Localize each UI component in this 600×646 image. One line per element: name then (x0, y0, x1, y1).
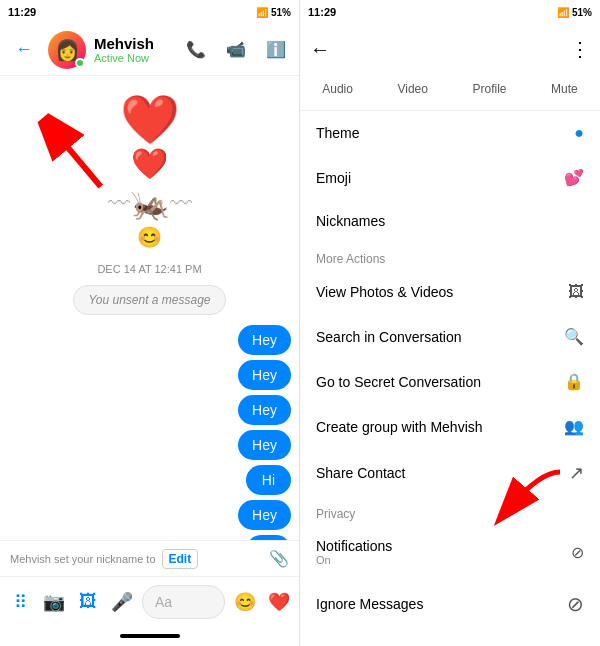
ignore-icon: ⊘ (567, 592, 584, 616)
photo-icon[interactable]: 🖼 (74, 588, 102, 616)
menu-item-nicknames[interactable]: Nicknames (300, 200, 600, 242)
emoji-display: ❤️ ❤️ 〰 🦗 〰 😊 (8, 96, 291, 249)
msg-hi-1: Hi (246, 465, 291, 495)
emoji-icon-right: 💕 (564, 168, 584, 187)
tab-profile[interactable]: Profile (464, 78, 514, 100)
heart-button[interactable]: ❤️ (265, 588, 293, 616)
emoji-label: Emoji (316, 170, 351, 186)
info-icon[interactable]: ℹ️ (261, 35, 291, 65)
block-icon: ⊖ (567, 642, 584, 646)
wifi-icon-right: 📶 (557, 7, 569, 18)
attachment-icon: 📎 (269, 549, 289, 568)
battery-right: 51% (572, 7, 592, 18)
msg-hey-3: Hey (238, 395, 291, 425)
section-privacy: Privacy (300, 497, 600, 525)
action-icons: 📞 📹 ℹ️ (181, 35, 291, 65)
date-divider: DEC 14 AT 12:41 PM (8, 263, 291, 275)
contact-info: Mehvish Active Now (94, 35, 173, 64)
video-icon[interactable]: 📹 (221, 35, 251, 65)
bug-emoji: 🦗 (130, 185, 170, 223)
ignore-label: Ignore Messages (316, 596, 423, 612)
contact-status: Active Now (94, 52, 173, 64)
signal-icon: 📶 (256, 7, 268, 18)
grin-emoji: 😊 (137, 225, 162, 249)
msg-hi-2: Hi (246, 535, 291, 540)
msg-hey-1: Hey (238, 325, 291, 355)
theme-icon: ● (574, 124, 584, 142)
photos-label: View Photos & Videos (316, 284, 453, 300)
heart-emoji: ❤️ (120, 96, 180, 144)
theme-label: Theme (316, 125, 360, 141)
time-left: 11:29 (8, 6, 36, 18)
msg-hey-4: Hey (238, 430, 291, 460)
tabs-row: Audio Video Profile Mute (300, 74, 600, 111)
menu-item-ignore[interactable]: Ignore Messages ⊘ (300, 579, 600, 629)
tab-audio[interactable]: Audio (314, 78, 361, 100)
emoji-button[interactable]: 😊 (231, 588, 259, 616)
wave-left-icon: 〰 (108, 191, 130, 217)
nicknames-label: Nicknames (316, 213, 385, 229)
search-label: Search in Conversation (316, 329, 462, 345)
compose-bar: ⠿ 📷 🖼 🎤 Aa 😊 ❤️ (0, 576, 299, 626)
phone-icon[interactable]: 📞 (181, 35, 211, 65)
top-bar-left: ← 👩 Mehvish Active Now 📞 📹 ℹ️ (0, 24, 299, 76)
messages-right: Hey Hey Hey Hey Hi Hey Hi (8, 325, 291, 540)
notifications-label: Notifications (316, 538, 392, 554)
chat-area: ❤️ ❤️ 〰 🦗 〰 😊 DEC 14 AT 12:41 PM You uns… (0, 76, 299, 540)
heart-emoji-2: ❤️ (131, 146, 168, 181)
notifications-sublabel: On (316, 554, 392, 566)
menu-item-photos[interactable]: View Photos & Videos 🖼 (300, 270, 600, 314)
photos-icon: 🖼 (568, 283, 584, 301)
camera-icon[interactable]: 📷 (40, 588, 68, 616)
battery-left: 51% (271, 7, 291, 18)
notifications-icon: ⊘ (571, 543, 584, 562)
grid-icon[interactable]: ⠿ (6, 588, 34, 616)
unsent-message: You unsent a message (73, 285, 225, 315)
menu-item-emoji[interactable]: Emoji 💕 (300, 155, 600, 200)
menu-item-share[interactable]: Share Contact ↗ (300, 449, 600, 497)
menu-item-theme[interactable]: Theme ● (300, 111, 600, 155)
menu-section: Theme ● Emoji 💕 Nicknames More Actions V… (300, 111, 600, 646)
home-bar-left (120, 634, 180, 638)
bug-row: 〰 🦗 〰 (108, 185, 192, 223)
search-icon: 🔍 (564, 327, 584, 346)
msg-hey-2: Hey (238, 360, 291, 390)
avatar-container[interactable]: 👩 (48, 31, 86, 69)
msg-hey-5: Hey (238, 500, 291, 530)
menu-item-block[interactable]: Block ⊖ (300, 629, 600, 646)
secret-label: Go to Secret Conversation (316, 374, 481, 390)
right-top-bar: ← ⋮ (300, 24, 600, 74)
back-button-left[interactable]: ← (8, 34, 40, 66)
nickname-bar: Mehvish set your nickname to Edit 📎 (0, 540, 299, 576)
left-panel: 11:29 📶 51% ← 👩 Mehvish Active Now 📞 📹 ℹ… (0, 0, 300, 646)
time-right: 11:29 (308, 6, 336, 18)
compose-placeholder: Aa (155, 594, 172, 610)
group-label: Create group with Mehvish (316, 419, 483, 435)
status-bar-left: 11:29 📶 51% (0, 0, 299, 24)
tab-video[interactable]: Video (389, 78, 435, 100)
wave-right-icon: 〰 (170, 191, 192, 217)
unsent-wrapper: You unsent a message (8, 285, 291, 315)
nickname-text: Mehvish set your nickname to (10, 553, 156, 565)
share-label: Share Contact (316, 465, 406, 481)
online-indicator (75, 58, 85, 68)
mic-icon[interactable]: 🎤 (108, 588, 136, 616)
share-icon: ↗ (569, 462, 584, 484)
contact-name: Mehvish (94, 35, 173, 52)
compose-input[interactable]: Aa (142, 585, 225, 619)
edit-button[interactable]: Edit (162, 549, 199, 569)
menu-item-search[interactable]: Search in Conversation 🔍 (300, 314, 600, 359)
lock-icon: 🔒 (564, 372, 584, 391)
tab-mute[interactable]: Mute (543, 78, 586, 100)
section-more-actions: More Actions (300, 242, 600, 270)
right-panel: 11:29 📶 51% ← ⋮ Audio Video Profile Mute… (300, 0, 600, 646)
home-indicator-left (0, 626, 299, 646)
menu-item-secret[interactable]: Go to Secret Conversation 🔒 (300, 359, 600, 404)
status-bar-right: 11:29 📶 51% (300, 0, 600, 24)
menu-item-group[interactable]: Create group with Mehvish 👥 (300, 404, 600, 449)
more-button-right[interactable]: ⋮ (570, 37, 590, 61)
back-button-right[interactable]: ← (310, 38, 330, 61)
notifications-left: Notifications On (316, 538, 392, 566)
group-icon: 👥 (564, 417, 584, 436)
menu-item-notifications[interactable]: Notifications On ⊘ (300, 525, 600, 579)
